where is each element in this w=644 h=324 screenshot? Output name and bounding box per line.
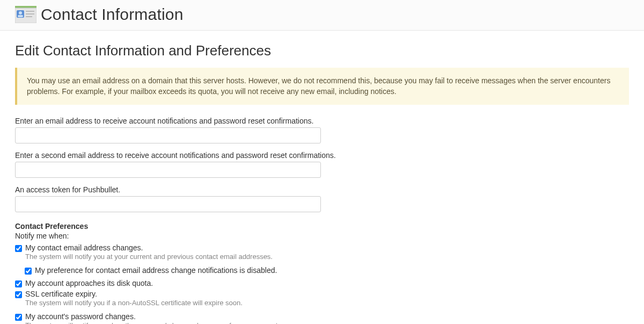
secondary-email-input[interactable] [15,162,321,178]
primary-email-group: Enter an email address to receive accoun… [15,117,629,143]
svg-rect-6 [26,13,34,15]
pushbullet-input[interactable] [15,196,321,212]
page-title: Contact Information [41,5,184,24]
warning-notice: You may use an email address on a domain… [15,68,629,105]
preference-checkbox[interactable] [15,245,22,252]
preference-sub-text: My preference for contact email address … [35,266,277,275]
content-area: Edit Contact Information and Preferences… [0,31,644,324]
preference-checkbox[interactable] [15,314,22,321]
svg-rect-4 [18,15,23,17]
preference-checkbox[interactable] [15,280,22,287]
secondary-email-label: Enter a second email address to receive … [15,151,629,160]
preference-label: My contact email address changes. [25,243,273,252]
preference-label: My account's password changes. [25,312,280,321]
page-header: Contact Information [0,0,644,31]
preference-help: The system will notify you at your curre… [25,253,273,261]
pushbullet-group: An access token for Pushbullet. [15,185,629,212]
primary-email-input[interactable] [15,127,321,143]
sub-header: Edit Contact Information and Preferences [15,42,629,59]
preference-label: My account approaches its disk quota. [25,279,153,287]
notify-me-when-label: Notify me when: [15,232,629,240]
preference-item: My contact email address changes.The sys… [15,243,629,264]
preference-help: The system will notify you when the pass… [25,321,280,324]
preference-text: My account approaches its disk quota. [25,279,153,287]
preference-text: SSL certificate expiry.The system will n… [25,290,243,310]
preferences-list: My contact email address changes.The sys… [15,243,629,324]
preference-label: SSL certificate expiry. [25,290,243,298]
preference-help: The system will notify you if a non-Auto… [25,299,243,307]
preference-sub-checkbox[interactable] [25,268,32,275]
preference-text: My account's password changes.The system… [25,312,280,324]
secondary-email-group: Enter a second email address to receive … [15,151,629,178]
svg-rect-5 [26,11,34,12]
preference-text: My contact email address changes.The sys… [25,243,273,264]
preference-item: My account's password changes.The system… [15,312,629,324]
preference-sub-label: My preference for contact email address … [35,266,277,275]
preference-subitem: My preference for contact email address … [25,266,629,275]
preference-checkbox[interactable] [15,291,22,298]
primary-email-label: Enter an email address to receive accoun… [15,117,629,125]
svg-point-3 [19,11,22,15]
preference-item: My account approaches its disk quota. [15,279,629,287]
pushbullet-label: An access token for Pushbullet. [15,185,629,194]
svg-rect-7 [26,16,32,17]
contact-preferences-heading: Contact Preferences [15,222,629,231]
preference-item: SSL certificate expiry.The system will n… [15,290,629,310]
contact-info-icon [15,6,36,23]
svg-rect-0 [15,6,36,8]
